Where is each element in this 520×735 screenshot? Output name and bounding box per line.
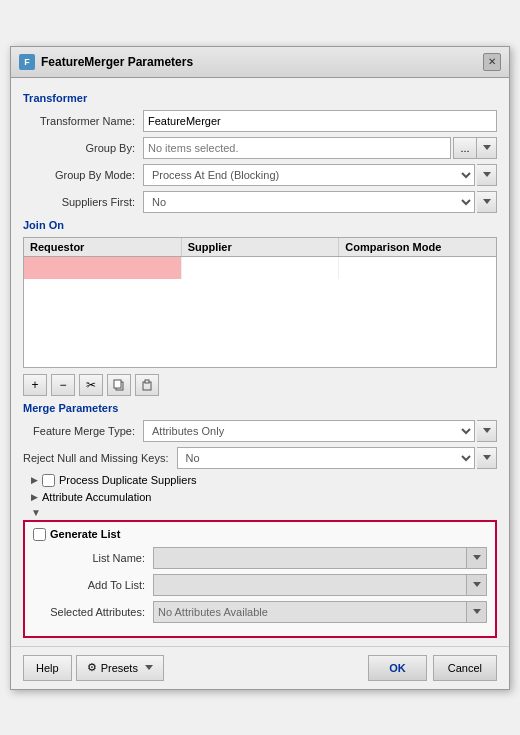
comparison-mode-cell[interactable] <box>339 257 496 279</box>
supplier-col-header: Supplier <box>182 238 340 256</box>
group-by-dots-button[interactable]: ... <box>453 137 477 159</box>
chevron-down-icon <box>483 199 491 204</box>
requestor-cell[interactable] <box>24 257 182 279</box>
process-duplicate-label: Process Duplicate Suppliers <box>42 474 197 487</box>
add-row-button[interactable]: + <box>23 374 47 396</box>
cut-row-button[interactable]: ✂ <box>79 374 103 396</box>
suppliers-first-row: Suppliers First: No <box>23 191 497 213</box>
add-to-list-label: Add To List: <box>33 579 153 591</box>
dialog-icon: F <box>19 54 35 70</box>
generate-list-checkbox[interactable] <box>33 528 46 541</box>
copy-icon <box>113 379 125 391</box>
suppliers-first-select[interactable]: No <box>143 191 475 213</box>
paste-row-button[interactable] <box>135 374 159 396</box>
process-duplicate-checkbox[interactable] <box>42 474 55 487</box>
generate-list-expand-icon: ▼ <box>31 507 41 518</box>
generate-list-header: Generate List <box>33 528 487 541</box>
join-table-header: Requestor Supplier Comparison Mode <box>24 238 496 257</box>
process-duplicate-row[interactable]: ▶ Process Duplicate Suppliers <box>31 474 497 487</box>
feature-merge-type-arrow-button[interactable] <box>477 420 497 442</box>
remove-row-button[interactable]: − <box>51 374 75 396</box>
presets-label: Presets <box>101 662 138 674</box>
expand-icon: ▶ <box>31 475 38 485</box>
group-by-mode-row: Group By Mode: Process At End (Blocking) <box>23 164 497 186</box>
presets-button[interactable]: ⚙ Presets <box>76 655 164 681</box>
cancel-button[interactable]: Cancel <box>433 655 497 681</box>
reject-null-select[interactable]: No <box>177 447 475 469</box>
generate-list-expand-row[interactable]: ▼ <box>23 507 497 518</box>
join-on-label: Join On <box>23 219 497 231</box>
copy-row-button[interactable] <box>107 374 131 396</box>
footer-left: Help ⚙ Presets <box>23 655 164 681</box>
table-row <box>24 257 496 279</box>
footer-right: OK Cancel <box>368 655 497 681</box>
group-by-mode-arrow-button[interactable] <box>477 164 497 186</box>
attribute-accumulation-row[interactable]: ▶ Attribute Accumulation <box>31 491 497 503</box>
paste-icon <box>141 379 153 391</box>
merge-parameters-label: Merge Parameters <box>23 402 497 414</box>
add-to-list-row: Add To List: <box>33 574 487 596</box>
gear-icon: ⚙ <box>87 661 97 674</box>
title-bar: F FeatureMerger Parameters ✕ <box>11 47 509 78</box>
list-name-label: List Name: <box>33 552 153 564</box>
ok-button[interactable]: OK <box>368 655 427 681</box>
feature-merge-type-select[interactable]: Attributes Only <box>143 420 475 442</box>
join-table-toolbar: + − ✂ <box>23 374 497 396</box>
group-by-label: Group By: <box>23 142 143 154</box>
suppliers-first-arrow-button[interactable] <box>477 191 497 213</box>
add-to-list-input[interactable] <box>153 574 467 596</box>
dialog-body: Transformer Transformer Name: Group By: … <box>11 78 509 646</box>
selected-attributes-row: Selected Attributes: <box>33 601 487 623</box>
list-name-dropdown-button[interactable] <box>467 547 487 569</box>
presets-chevron-icon <box>145 665 153 670</box>
help-label: Help <box>36 662 59 674</box>
selected-attributes-label: Selected Attributes: <box>33 606 153 618</box>
generate-list-section: Generate List List Name: Add To List: <box>23 520 497 638</box>
chevron-down-icon <box>483 145 491 150</box>
selected-attributes-dropdown-button[interactable] <box>467 601 487 623</box>
svg-rect-3 <box>145 380 149 383</box>
suppliers-first-label: Suppliers First: <box>23 196 143 208</box>
chevron-down-icon <box>483 428 491 433</box>
dialog-title: FeatureMerger Parameters <box>41 55 193 69</box>
chevron-down-icon <box>473 609 481 614</box>
list-name-row: List Name: <box>33 547 487 569</box>
expand-icon: ▶ <box>31 492 38 502</box>
feature-merger-dialog: F FeatureMerger Parameters ✕ Transformer… <box>10 46 510 690</box>
join-table: Requestor Supplier Comparison Mode <box>23 237 497 368</box>
generate-list-label: Generate List <box>50 528 120 540</box>
list-name-input[interactable] <box>153 547 467 569</box>
chevron-down-icon <box>473 555 481 560</box>
svg-rect-1 <box>114 380 121 388</box>
transformer-name-label: Transformer Name: <box>23 115 143 127</box>
join-table-body[interactable] <box>24 257 496 367</box>
chevron-down-icon <box>473 582 481 587</box>
group-by-input[interactable] <box>143 137 451 159</box>
feature-merge-type-row: Feature Merge Type: Attributes Only <box>23 420 497 442</box>
join-on-section: Join On Requestor Supplier Comparison Mo… <box>23 219 497 368</box>
dialog-footer: Help ⚙ Presets OK Cancel <box>11 646 509 689</box>
reject-null-label: Reject Null and Missing Keys: <box>23 452 177 464</box>
group-by-mode-select[interactable]: Process At End (Blocking) <box>143 164 475 186</box>
group-by-mode-label: Group By Mode: <box>23 169 143 181</box>
close-button[interactable]: ✕ <box>483 53 501 71</box>
reject-null-arrow-button[interactable] <box>477 447 497 469</box>
chevron-down-icon <box>483 172 491 177</box>
group-by-row: Group By: ... <box>23 137 497 159</box>
transformer-name-input[interactable] <box>143 110 497 132</box>
add-to-list-dropdown-button[interactable] <box>467 574 487 596</box>
transformer-name-row: Transformer Name: <box>23 110 497 132</box>
selected-attributes-input[interactable] <box>153 601 467 623</box>
chevron-down-icon <box>483 455 491 460</box>
feature-merge-type-label: Feature Merge Type: <box>23 425 143 437</box>
supplier-cell[interactable] <box>182 257 340 279</box>
reject-null-row: Reject Null and Missing Keys: No <box>23 447 497 469</box>
help-button[interactable]: Help <box>23 655 72 681</box>
group-by-dropdown-button[interactable] <box>477 137 497 159</box>
comparison-mode-col-header: Comparison Mode <box>339 238 496 256</box>
attribute-accumulation-label: Attribute Accumulation <box>42 491 151 503</box>
transformer-section-label: Transformer <box>23 92 497 104</box>
requestor-col-header: Requestor <box>24 238 182 256</box>
